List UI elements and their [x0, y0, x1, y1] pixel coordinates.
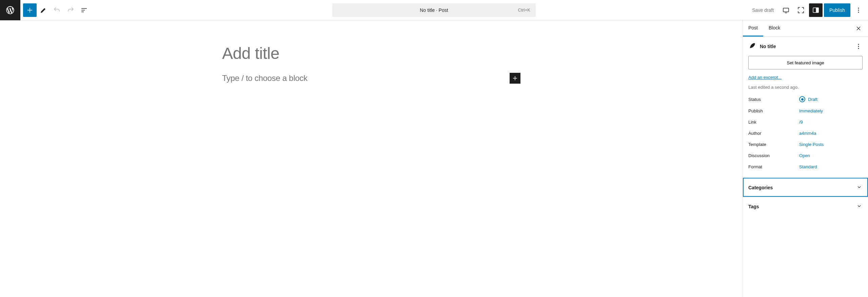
save-draft-button[interactable]: Save draft	[748, 3, 778, 17]
options-button[interactable]	[852, 3, 865, 17]
panel-actions-button[interactable]	[854, 42, 863, 50]
summary-publish[interactable]: Publish Immediately	[748, 105, 863, 116]
tab-block[interactable]: Block	[763, 20, 786, 37]
svg-rect-2	[816, 8, 818, 13]
panel-title: No title	[760, 44, 850, 49]
block-appender-prompt[interactable]: Type / to choose a block	[222, 73, 510, 83]
settings-sidebar-toggle[interactable]	[809, 3, 823, 17]
document-bar[interactable]: No title · Post Ctrl+K	[332, 3, 536, 17]
feather-icon	[748, 42, 756, 50]
publish-button[interactable]: Publish	[824, 3, 850, 17]
add-excerpt-link[interactable]: Add an excerpt...	[748, 75, 782, 80]
redo-button[interactable]	[64, 3, 77, 17]
summary-template[interactable]: Template Single Posts	[748, 139, 863, 150]
svg-rect-0	[783, 8, 789, 12]
summary-author[interactable]: Author a4mm4a	[748, 128, 863, 139]
view-button[interactable]	[779, 3, 793, 17]
block-inserter-button[interactable]	[23, 3, 37, 17]
document-overview-button[interactable]	[77, 3, 91, 17]
chevron-down-icon	[856, 184, 863, 191]
svg-point-8	[858, 48, 859, 49]
tools-button[interactable]	[37, 3, 50, 17]
categories-panel[interactable]: Categories	[743, 178, 868, 197]
shortcut-hint: Ctrl+K	[518, 7, 530, 13]
close-settings-button[interactable]	[852, 22, 865, 35]
document-title: No title · Post	[420, 7, 448, 13]
chevron-down-icon	[856, 203, 863, 210]
svg-point-6	[858, 44, 859, 45]
summary-format[interactable]: Format Standard	[748, 161, 863, 172]
tab-post[interactable]: Post	[743, 20, 763, 37]
settings-sidebar: Post Block No title Set featured image A…	[743, 20, 868, 297]
svg-point-5	[858, 12, 859, 13]
draft-status-icon	[799, 96, 805, 102]
summary-link[interactable]: Link /9	[748, 116, 863, 128]
undo-button[interactable]	[50, 3, 64, 17]
svg-point-7	[858, 46, 859, 47]
wordpress-logo[interactable]	[0, 0, 20, 20]
editor-canvas[interactable]: Type / to choose a block	[0, 20, 743, 297]
summary-discussion[interactable]: Discussion Open	[748, 150, 863, 161]
tags-panel[interactable]: Tags	[743, 197, 868, 216]
add-block-button[interactable]	[510, 73, 520, 84]
fullscreen-button[interactable]	[794, 3, 808, 17]
post-title-input[interactable]	[222, 44, 520, 63]
set-featured-image-button[interactable]: Set featured image	[748, 56, 863, 69]
last-edited-text: Last edited a second ago.	[748, 85, 863, 90]
svg-point-3	[858, 7, 859, 8]
summary-status[interactable]: Status Draft	[748, 93, 863, 105]
svg-point-4	[858, 9, 859, 10]
